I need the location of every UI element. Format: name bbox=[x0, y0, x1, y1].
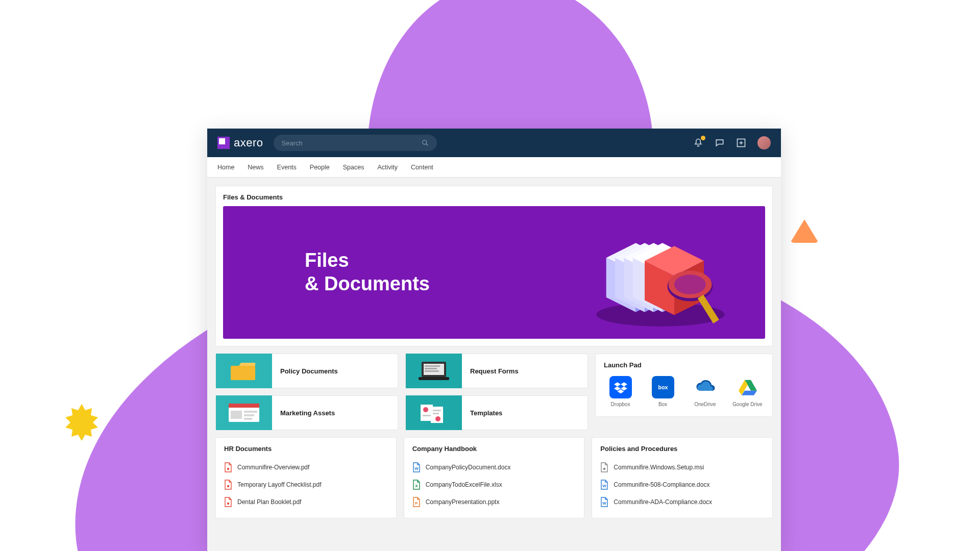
tile-label: Request Forms bbox=[462, 367, 527, 375]
launch-label: OneDrive bbox=[694, 402, 716, 407]
svg-point-24 bbox=[674, 274, 706, 294]
documents-thumb-icon bbox=[406, 395, 462, 430]
file-name: Temporary Layoff Checklist.pdf bbox=[237, 481, 322, 488]
file-name: CompanyPresentation.pptx bbox=[426, 498, 500, 506]
search-input[interactable] bbox=[282, 139, 422, 147]
svg-rect-31 bbox=[425, 368, 437, 369]
box-icon: box bbox=[652, 376, 674, 398]
tile-policy-documents[interactable]: Policy Documents bbox=[215, 354, 398, 388]
nav-item-home[interactable]: Home bbox=[217, 164, 234, 171]
svg-text:X: X bbox=[415, 484, 418, 488]
search-icon bbox=[422, 139, 429, 146]
launch-item-box[interactable]: box Box bbox=[646, 376, 679, 407]
hero-title-line2: & Documents bbox=[305, 272, 430, 296]
svg-rect-30 bbox=[425, 365, 440, 367]
svg-marker-27 bbox=[231, 363, 255, 366]
svg-rect-26 bbox=[231, 366, 255, 380]
launchpad-title: Launch Pad bbox=[604, 361, 764, 369]
file-name: CompanyTodoExcelFile.xlsx bbox=[426, 481, 502, 488]
svg-rect-37 bbox=[244, 411, 257, 413]
doc-list-title: Company Handbook bbox=[412, 445, 576, 453]
browser-thumb-icon bbox=[216, 395, 272, 430]
file-name: Communifire.Windows.Setup.msi bbox=[614, 464, 704, 471]
app-window: axero Home News Events People Spaces bbox=[207, 129, 781, 551]
bg-triangle-icon bbox=[790, 219, 819, 243]
file-row[interactable]: Communifire-Overview.pdf bbox=[224, 459, 388, 476]
user-avatar[interactable] bbox=[757, 136, 771, 149]
svg-marker-48 bbox=[621, 382, 627, 386]
file-row[interactable]: WCommunifire-508-Compliance.docx bbox=[600, 476, 764, 493]
svg-marker-47 bbox=[614, 382, 621, 386]
notifications-button[interactable] bbox=[693, 138, 703, 148]
file-row[interactable]: Communifire.Windows.Setup.msi bbox=[600, 459, 764, 476]
svg-point-1 bbox=[422, 140, 426, 144]
tile-marketing-assets[interactable]: Marketing Assets bbox=[215, 395, 398, 430]
chat-icon bbox=[715, 138, 725, 148]
nav-item-news[interactable]: News bbox=[248, 164, 263, 171]
dropbox-icon bbox=[609, 376, 632, 398]
file-row[interactable]: Temporary Layoff Checklist.pdf bbox=[224, 476, 388, 493]
svg-point-57 bbox=[227, 485, 229, 487]
laptop-thumb-icon bbox=[406, 354, 462, 388]
file-name: Communifire-508-Compliance.docx bbox=[614, 481, 709, 488]
svg-marker-0 bbox=[65, 404, 98, 441]
hero-card: Files & Documents Files & Documents bbox=[215, 186, 773, 346]
svg-rect-38 bbox=[244, 414, 254, 416]
doc-list-handbook: Company Handbook WCompanyPolicyDocument.… bbox=[404, 437, 585, 518]
brand-name: axero bbox=[234, 136, 263, 149]
svg-rect-45 bbox=[433, 413, 439, 414]
header-bar: axero bbox=[207, 129, 781, 157]
svg-rect-44 bbox=[433, 410, 441, 411]
nav-item-events[interactable]: Events bbox=[277, 164, 297, 171]
launch-item-onedrive[interactable]: OneDrive bbox=[689, 376, 722, 407]
svg-rect-33 bbox=[419, 377, 449, 380]
file-row[interactable]: Dental Plan Booklet.pdf bbox=[224, 493, 388, 511]
nav-item-activity[interactable]: Activity bbox=[377, 164, 398, 171]
launch-label: Google Drive bbox=[732, 402, 762, 407]
doc-list-hr: HR Documents Communifire-Overview.pdfTem… bbox=[215, 437, 397, 518]
file-name: Dental Plan Booklet.pdf bbox=[237, 498, 301, 506]
file-row[interactable]: WCompanyPolicyDocument.docx bbox=[412, 459, 576, 476]
tile-label: Templates bbox=[462, 409, 510, 417]
nav-item-content[interactable]: Content bbox=[411, 164, 433, 171]
tile-request-forms[interactable]: Request Forms bbox=[405, 354, 588, 388]
svg-text:W: W bbox=[603, 501, 607, 506]
nav-item-spaces[interactable]: Spaces bbox=[343, 164, 364, 171]
nav-item-people[interactable]: People bbox=[310, 164, 330, 171]
hero-banner: Files & Documents bbox=[223, 206, 765, 339]
file-row[interactable]: PCompanyPresentation.pptx bbox=[412, 493, 576, 511]
messages-button[interactable] bbox=[715, 138, 725, 148]
file-row[interactable]: WCommunifire-ADA-Compliance.docx bbox=[600, 493, 764, 511]
svg-point-62 bbox=[603, 468, 605, 470]
tile-templates[interactable]: Templates bbox=[405, 395, 588, 430]
svg-marker-55 bbox=[742, 391, 757, 395]
svg-point-46 bbox=[435, 416, 440, 421]
launch-item-dropbox[interactable]: Dropbox bbox=[604, 376, 637, 407]
launch-item-google-drive[interactable]: Google Drive bbox=[731, 376, 764, 407]
file-name: Communifire-Overview.pdf bbox=[237, 464, 309, 471]
launch-label: Box bbox=[658, 402, 667, 407]
bg-star-icon bbox=[61, 403, 102, 444]
plus-square-icon bbox=[736, 138, 746, 148]
search-box[interactable] bbox=[274, 135, 437, 151]
google-drive-icon bbox=[737, 376, 759, 398]
hero-title-line1: Files bbox=[305, 249, 430, 272]
svg-text:W: W bbox=[414, 466, 419, 471]
doc-list-title: HR Documents bbox=[224, 445, 388, 453]
svg-point-56 bbox=[227, 468, 229, 470]
svg-text:box: box bbox=[658, 384, 668, 390]
file-row[interactable]: XCompanyTodoExcelFile.xlsx bbox=[412, 476, 576, 493]
svg-rect-36 bbox=[231, 411, 242, 419]
doc-list-policies: Policies and Procedures Communifire.Wind… bbox=[592, 437, 773, 518]
brand-logo[interactable]: axero bbox=[217, 136, 263, 149]
file-name: CompanyPolicyDocument.docx bbox=[426, 464, 511, 471]
add-button[interactable] bbox=[736, 138, 746, 148]
svg-rect-43 bbox=[423, 415, 431, 416]
tile-label: Policy Documents bbox=[272, 367, 346, 375]
svg-text:W: W bbox=[603, 484, 607, 488]
svg-point-42 bbox=[423, 407, 428, 412]
folders-illustration-icon bbox=[586, 218, 734, 331]
launchpad-card: Launch Pad Dropbox box Box bbox=[595, 354, 773, 417]
hero-label: Files & Documents bbox=[223, 193, 765, 201]
logo-mark-icon bbox=[217, 137, 230, 149]
